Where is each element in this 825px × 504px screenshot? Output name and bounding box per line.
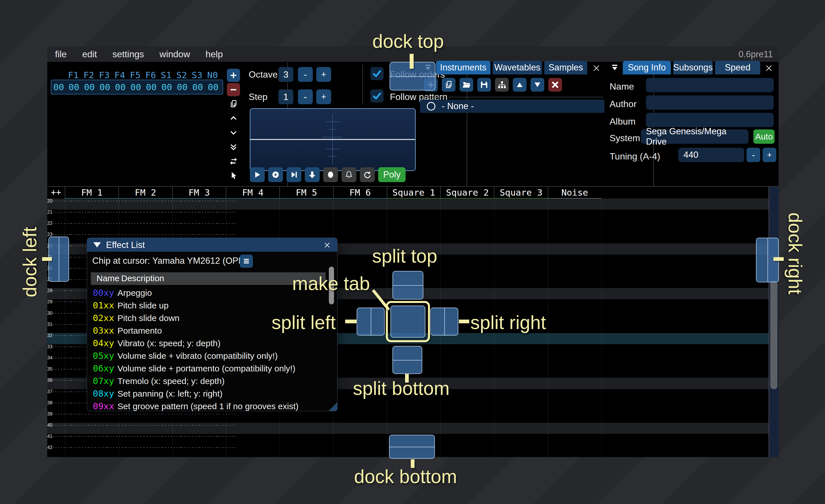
pattern-cell[interactable]: · · · · · · ·	[126, 423, 144, 428]
pattern-cell[interactable]: · · · · · · ·	[71, 221, 89, 226]
pattern-cell[interactable]: · · · · · · ·	[107, 198, 126, 203]
pattern-cell[interactable]: · · · · · · ·	[53, 445, 71, 450]
collapse-triangle-icon[interactable]	[93, 242, 101, 247]
tab-instruments[interactable]: Instruments	[436, 61, 491, 74]
pattern-cell[interactable]: · · · · · · ·	[144, 221, 162, 226]
pattern-cell[interactable]: · · · · · · ·	[71, 266, 89, 271]
effect-list-titlebar[interactable]: Effect List	[87, 238, 337, 252]
split-left-target[interactable]	[357, 308, 385, 336]
effect-row-06xy[interactable]: 06xyVolume slide + portamento (compatibi…	[87, 362, 337, 375]
system-auto-button[interactable]: Auto	[753, 130, 774, 144]
author-field[interactable]	[646, 95, 774, 110]
pattern-cell[interactable]: · · · · · · ·	[181, 434, 199, 439]
pattern-cell[interactable]: · · · · · · ·	[53, 322, 71, 327]
order-chevron-down-button[interactable]	[227, 126, 240, 139]
menu-file[interactable]: file	[47, 49, 74, 60]
pattern-cell[interactable]: · · · · · · ·	[181, 412, 199, 416]
pattern-cell[interactable]: · · · · · · ·	[53, 232, 71, 237]
pattern-cell[interactable]: · · · · · · ·	[71, 277, 89, 282]
transport-record-button[interactable]	[323, 167, 338, 182]
pattern-cell[interactable]: · · · · · · ·	[126, 434, 144, 439]
pattern-cell[interactable]: · · · · · · ·	[217, 221, 236, 226]
pattern-cell[interactable]: · · · · · · ·	[53, 378, 71, 383]
name-column-header[interactable]: Name	[96, 273, 120, 283]
name-field[interactable]	[646, 78, 774, 92]
pattern-cell[interactable]: · · · · · · ·	[162, 232, 181, 237]
order-value-F6[interactable]: 00	[144, 82, 159, 92]
pattern-cell[interactable]: · · · · · · ·	[162, 434, 181, 439]
channel-header-fm-6[interactable]: FM 6	[333, 187, 387, 199]
pattern-cell[interactable]: · · · · · · ·	[71, 344, 89, 349]
menu-edit[interactable]: edit	[74, 49, 105, 60]
channel-header-noise[interactable]: Noise	[548, 187, 601, 199]
effect-table-header[interactable]: Name Description	[91, 272, 326, 285]
pattern-cell[interactable]: · · · · · · ·	[71, 288, 89, 293]
order-value-S3[interactable]: 00	[190, 82, 205, 92]
pattern-cell[interactable]: · · · · · · ·	[107, 232, 126, 237]
tab-wavetables[interactable]: Wavetables	[493, 61, 542, 74]
pattern-cell[interactable]: · · · · · · ·	[71, 243, 89, 248]
pattern-cell[interactable]: · · · · · · ·	[181, 221, 199, 226]
transport-play-circle-button[interactable]	[268, 167, 283, 182]
pattern-cell[interactable]: · · · · · · ·	[144, 209, 162, 215]
pattern-cell[interactable]: · · · · · · ·	[162, 209, 181, 215]
pattern-cell[interactable]: · · · · · · ·	[53, 366, 71, 371]
order-value-F3[interactable]: 00	[97, 82, 112, 92]
pattern-cell[interactable]: · · · · · · ·	[89, 209, 107, 215]
pattern-cell[interactable]: · · · · · · ·	[181, 423, 199, 428]
order-chevron-up-button[interactable]	[227, 112, 240, 125]
pattern-cell[interactable]: · · · · · · ·	[71, 400, 89, 405]
pattern-cell[interactable]: · · · · · · ·	[53, 434, 71, 439]
order-value-N0[interactable]: 00	[205, 82, 221, 92]
pattern-cell[interactable]: · · · · · · ·	[71, 232, 89, 237]
instrument-list-item[interactable]: - None -	[420, 100, 604, 113]
pattern-cell[interactable]: · · · · · · ·	[71, 378, 89, 383]
pattern-cell[interactable]: · · · · · · ·	[71, 423, 89, 428]
pattern-cell[interactable]: · · · · · · ·	[71, 311, 89, 316]
pattern-cell[interactable]: · · · · · · ·	[217, 412, 236, 416]
channel-header-square-3[interactable]: Square 3	[494, 187, 547, 199]
pattern-cell[interactable]: · · · · · · ·	[217, 423, 236, 428]
pattern-cell[interactable]: · · · · · · ·	[107, 423, 126, 428]
pattern-cell[interactable]: · · · · · · ·	[71, 434, 89, 439]
pattern-cell[interactable]: · · · · · · ·	[71, 355, 89, 360]
pattern-cell[interactable]: · · · · · · ·	[199, 445, 217, 450]
collapse-button[interactable]	[608, 61, 621, 74]
pattern-cell[interactable]: · · · · · · ·	[53, 221, 71, 226]
instrument-folder-open-button[interactable]	[459, 78, 473, 92]
pattern-cell[interactable]: · · · · · · ·	[89, 232, 107, 237]
pattern-cell[interactable]: · · · · · · ·	[71, 198, 89, 203]
close-song-info-button[interactable]	[763, 63, 774, 74]
pattern-cell[interactable]: · · · · · · ·	[107, 412, 126, 416]
pattern-cell[interactable]: · · · · · · ·	[144, 412, 162, 416]
order-exchange-button[interactable]	[227, 155, 240, 168]
instrument-duplicate-button[interactable]	[442, 78, 455, 92]
transport-repeat-button[interactable]	[360, 167, 375, 182]
pattern-cell[interactable]: · · · · · · ·	[107, 445, 126, 450]
pattern-cell[interactable]: · · · · · · ·	[199, 221, 217, 226]
follow-orders-checkbox[interactable]	[370, 67, 384, 80]
effect-row-09xx[interactable]: 09xxSet groove pattern (speed 1 if no gr…	[87, 400, 337, 411]
system-field[interactable]: Sega Genesis/Mega Drive	[641, 130, 749, 144]
pattern-cell[interactable]: · · · · · · ·	[181, 209, 199, 215]
pattern-cell[interactable]: · · · · · · ·	[144, 423, 162, 428]
pattern-row[interactable]: 40· · · · · · ·· · · · · · ·· · · · · · …	[47, 423, 768, 434]
pattern-cell[interactable]: · · · · · · ·	[71, 209, 89, 215]
effect-row-08xy[interactable]: 08xySet panning (x: left; y: right)	[87, 388, 337, 400]
pattern-cell[interactable]: · · · · · · ·	[53, 344, 71, 349]
pattern-cell[interactable]: · · · · · · ·	[71, 389, 89, 394]
order-value-F2[interactable]: 00	[82, 82, 97, 92]
channel-header-fm-1[interactable]: FM 1	[65, 187, 118, 199]
pattern-cell[interactable]: · · · · · · ·	[53, 389, 71, 394]
pattern-cell[interactable]: · · · · · · ·	[199, 232, 217, 237]
instrument-save-button[interactable]	[477, 78, 491, 92]
pattern-row[interactable]: 22· · · · · · ·· · · · · · ·· · · · · · …	[47, 221, 768, 232]
transport-step-forward-button[interactable]	[287, 167, 301, 182]
menu-settings[interactable]: settings	[105, 49, 152, 60]
follow-pattern-checkbox[interactable]	[370, 89, 384, 102]
pattern-cell[interactable]: · · · · · · ·	[89, 198, 107, 203]
transport-play-button[interactable]	[250, 167, 265, 182]
pattern-row[interactable]: 39· · · · · · ·· · · · · · ·· · · · · · …	[47, 412, 768, 423]
order-value-F1[interactable]: 00	[66, 82, 82, 92]
pattern-cell[interactable]: · · · · · · ·	[53, 198, 71, 203]
